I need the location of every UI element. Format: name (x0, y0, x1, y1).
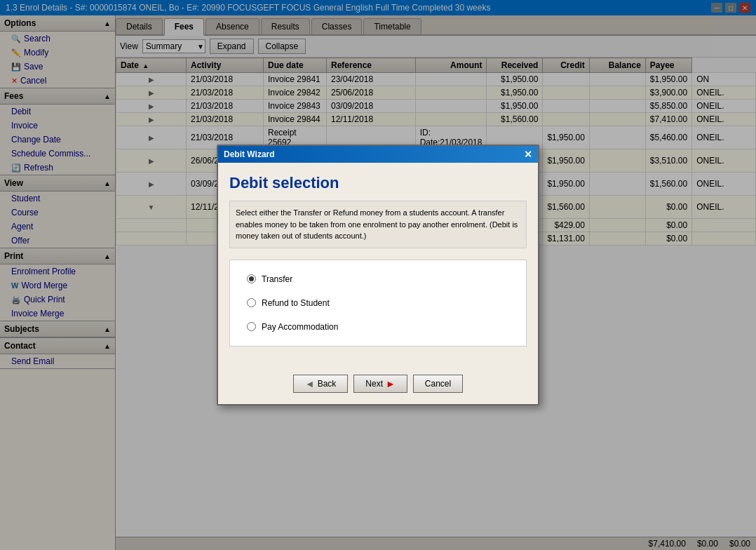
modal-overlay: Debit Wizard ✕ Debit selection Select ei… (0, 0, 756, 550)
next-arrow-icon: ► (386, 378, 396, 389)
modal-close-button[interactable]: ✕ (524, 149, 532, 159)
modal-options: Transfer Refund to Student Pay Accommoda… (229, 260, 527, 347)
debit-wizard-modal: Debit Wizard ✕ Debit selection Select ei… (217, 145, 539, 405)
radio-option-transfer[interactable]: Transfer (247, 274, 509, 284)
back-arrow-icon: ◄ (305, 378, 315, 389)
cancel-button-label: Cancel (425, 379, 451, 389)
modal-heading: Debit selection (229, 174, 527, 192)
radio-option-refund[interactable]: Refund to Student (247, 298, 509, 308)
radio-refund-label: Refund to Student (262, 298, 330, 308)
modal-header: Debit Wizard ✕ (218, 146, 538, 163)
modal-footer: ◄ Back Next ► Cancel (218, 369, 538, 404)
modal-title-label: Debit Wizard (224, 149, 275, 159)
radio-pay-accommodation-label: Pay Accommodation (262, 322, 338, 332)
radio-transfer[interactable] (247, 274, 256, 283)
next-button-label: Next (365, 379, 383, 389)
radio-refund[interactable] (247, 298, 256, 307)
radio-transfer-label: Transfer (262, 274, 292, 284)
modal-description: Select either the Transfer or Refund mon… (229, 201, 527, 248)
radio-pay-accommodation[interactable] (247, 322, 256, 331)
next-button[interactable]: Next ► (353, 375, 407, 393)
back-button-label: Back (318, 379, 337, 389)
radio-option-pay-accommodation[interactable]: Pay Accommodation (247, 322, 509, 332)
cancel-button[interactable]: Cancel (413, 375, 463, 393)
modal-body: Debit selection Select either the Transf… (218, 163, 538, 369)
back-button[interactable]: ◄ Back (293, 375, 349, 393)
